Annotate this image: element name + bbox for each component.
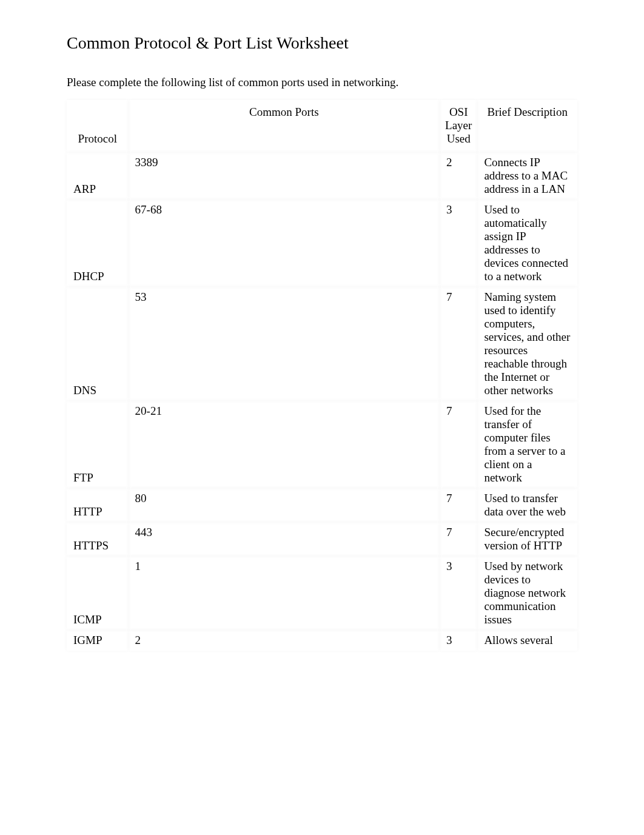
table-row: IGMP 2 3 Allows several <box>67 630 577 651</box>
cell-ports: 1 <box>129 556 440 630</box>
cell-osi: 2 <box>440 152 477 200</box>
cell-osi: 7 <box>440 287 477 401</box>
cell-osi: 7 <box>440 401 477 488</box>
table-body: ARP 3389 2 Connects IP address to a MAC … <box>67 152 577 651</box>
cell-desc: Used to automatically assign IP addresse… <box>477 200 577 287</box>
table-row: ICMP 1 3 Used by network devices to diag… <box>67 556 577 630</box>
cell-ports: 20-21 <box>129 401 440 488</box>
cell-ports: 53 <box>129 287 440 401</box>
cell-ports: 80 <box>129 488 440 522</box>
table-row: HTTP 80 7 Used to transfer data over the… <box>67 488 577 522</box>
table-row: DHCP 67-68 3 Used to automatically assig… <box>67 200 577 287</box>
cell-ports: 3389 <box>129 152 440 200</box>
table-row: DNS 53 7 Naming system used to identify … <box>67 287 577 401</box>
cell-osi: 3 <box>440 630 477 651</box>
cell-desc: Used for the transfer of computer files … <box>477 401 577 488</box>
table-row: FTP 20-21 7 Used for the transfer of com… <box>67 401 577 488</box>
cell-osi: 7 <box>440 488 477 522</box>
header-desc: Brief Description <box>477 100 577 152</box>
cell-ports: 67-68 <box>129 200 440 287</box>
cell-protocol: ICMP <box>67 556 129 630</box>
cell-desc: Allows several <box>477 630 577 651</box>
cell-desc: Connects IP address to a MAC address in … <box>477 152 577 200</box>
cell-protocol: DNS <box>67 287 129 401</box>
cell-desc: Used to transfer data over the web <box>477 488 577 522</box>
cell-protocol: FTP <box>67 401 129 488</box>
table-row: HTTPS 443 7 Secure/encrypted version of … <box>67 522 577 556</box>
cell-osi: 3 <box>440 200 477 287</box>
cell-protocol: HTTPS <box>67 522 129 556</box>
table-header-row: Protocol Common Ports OSI Layer Used Bri… <box>67 100 577 152</box>
cell-ports: 2 <box>129 630 440 651</box>
cell-osi: 3 <box>440 556 477 630</box>
cell-protocol: IGMP <box>67 630 129 651</box>
cell-desc: Naming system used to identify computers… <box>477 287 577 401</box>
cell-protocol: ARP <box>67 152 129 200</box>
cell-ports: 443 <box>129 522 440 556</box>
header-ports: Common Ports <box>129 100 440 152</box>
cell-osi: 7 <box>440 522 477 556</box>
header-protocol: Protocol <box>67 100 129 152</box>
instruction-text: Please complete the following list of co… <box>67 76 577 89</box>
cell-desc: Used by network devices to diagnose netw… <box>477 556 577 630</box>
page-title: Common Protocol & Port List Worksheet <box>67 33 577 53</box>
cell-protocol: DHCP <box>67 200 129 287</box>
header-osi: OSI Layer Used <box>440 100 477 152</box>
cell-protocol: HTTP <box>67 488 129 522</box>
cell-desc: Secure/encrypted version of HTTP <box>477 522 577 556</box>
protocol-table: Protocol Common Ports OSI Layer Used Bri… <box>67 100 577 651</box>
table-row: ARP 3389 2 Connects IP address to a MAC … <box>67 152 577 200</box>
